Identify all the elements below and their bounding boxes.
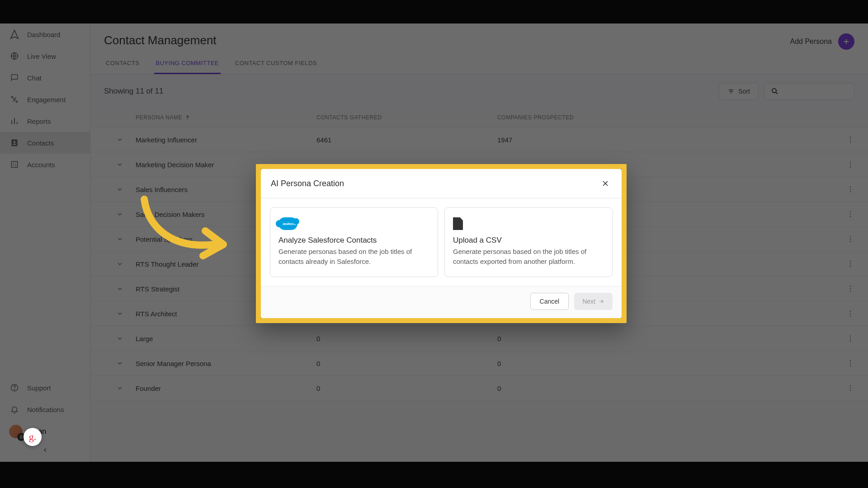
close-button[interactable] bbox=[599, 177, 612, 190]
option-description: Generate personas based on the job title… bbox=[453, 247, 604, 267]
ai-persona-modal: AI Persona Creation salesforce Analyze S… bbox=[261, 169, 622, 318]
option-description: Generate personas based on the job title… bbox=[278, 247, 429, 267]
next-label: Next bbox=[582, 298, 595, 305]
annotation-highlight: AI Persona Creation salesforce Analyze S… bbox=[256, 164, 627, 323]
file-icon bbox=[453, 216, 604, 231]
next-button[interactable]: Next bbox=[574, 293, 613, 310]
extension-indicator[interactable]: g. bbox=[24, 428, 42, 446]
modal-title: AI Persona Creation bbox=[271, 179, 344, 188]
option-salesforce[interactable]: salesforce Analyze Salesforce Contacts G… bbox=[270, 207, 438, 277]
salesforce-icon: salesforce bbox=[278, 216, 429, 231]
close-icon bbox=[601, 179, 610, 188]
option-title: Upload a CSV bbox=[453, 236, 604, 245]
arrow-right-icon bbox=[598, 298, 604, 305]
option-title: Analyze Salesforce Contacts bbox=[278, 236, 429, 245]
cancel-button[interactable]: Cancel bbox=[530, 293, 569, 310]
option-upload-csv[interactable]: Upload a CSV Generate personas based on … bbox=[444, 207, 613, 277]
